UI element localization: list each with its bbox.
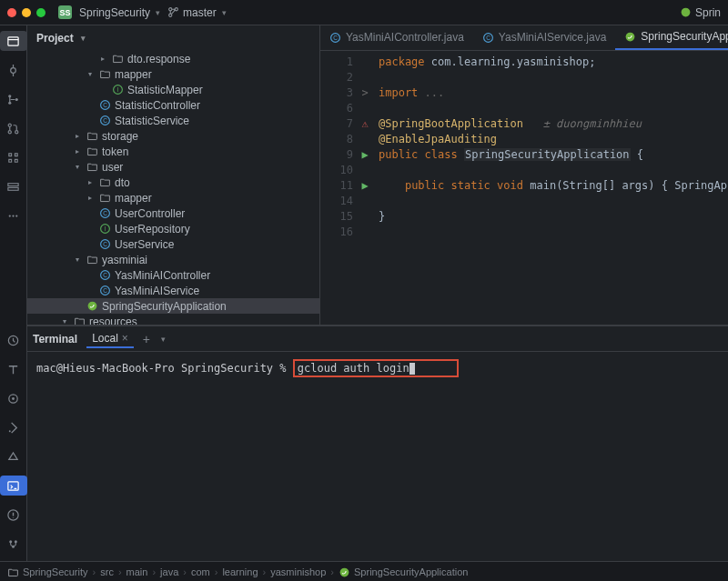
tree-node[interactable]: ▾yasminiai <box>27 252 319 267</box>
tree-node[interactable]: CYasMiniAIService <box>27 283 319 298</box>
terminal-prompt: mac@Hieus-MacBook-Pro SpringSecurity % <box>36 362 287 375</box>
gutter-icons: > ⚠ ▶ ▶ <box>359 51 371 325</box>
tree-node[interactable]: IUserRepository <box>27 221 319 236</box>
problems-tool-button[interactable] <box>0 505 27 525</box>
maximize-window-button[interactable] <box>36 8 46 17</box>
tree-node[interactable]: ▸mapper <box>27 190 319 205</box>
gutter-icon[interactable] <box>359 163 371 178</box>
breadcrumb-segment[interactable]: java <box>160 566 178 577</box>
svg-point-19 <box>12 397 15 400</box>
chevron-right-icon: › <box>183 566 187 577</box>
vcs-branch-selector[interactable]: master ▾ <box>167 6 227 19</box>
svg-text:C: C <box>103 272 107 278</box>
terminal-tool-button[interactable] <box>0 476 27 496</box>
tree-node[interactable]: IStatisticMapper <box>27 82 319 97</box>
type-tool-button[interactable] <box>0 359 27 379</box>
breadcrumb-segment[interactable]: src <box>100 566 114 577</box>
tree-node[interactable]: ▸dto <box>27 175 319 190</box>
services-tool-button[interactable] <box>0 176 27 196</box>
chevron-down-icon: ▾ <box>156 8 160 17</box>
beans-tool-button[interactable] <box>0 388 27 408</box>
tree-node[interactable]: CUserService <box>27 236 319 252</box>
project-selector[interactable]: SpringSecurity ▾ <box>79 6 160 19</box>
add-terminal-button[interactable]: + <box>143 332 150 346</box>
close-window-button[interactable] <box>7 8 16 17</box>
run-tool-button[interactable] <box>0 330 27 350</box>
breadcrumb-segment[interactable]: main <box>126 566 148 577</box>
editor-tabs[interactable]: CYasMiniAIController.javaCYasMiniAIServi… <box>320 25 728 51</box>
svg-point-11 <box>15 130 18 133</box>
commit-tool-button[interactable] <box>0 60 27 80</box>
code-editor[interactable]: 12367891011141516 > ⚠ ▶ ▶ package com.le… <box>320 51 728 325</box>
svg-point-16 <box>15 215 17 216</box>
terminal-session-tab[interactable]: Local × <box>86 330 134 348</box>
gutter-icon[interactable] <box>359 194 371 209</box>
gutter-icon[interactable] <box>359 209 371 225</box>
vcs-log-tool-button[interactable] <box>0 534 27 554</box>
folder-icon <box>7 566 18 577</box>
editor-tab[interactable]: CYasMiniAIService.java <box>473 25 616 50</box>
run-config-selector[interactable]: Sprin <box>680 6 721 19</box>
pull-request-tool-button[interactable] <box>0 118 27 138</box>
gutter-icon[interactable] <box>359 101 371 116</box>
gutter-icon[interactable]: ▶ <box>359 178 371 194</box>
class-icon: C <box>98 238 111 251</box>
folder-icon <box>73 316 86 326</box>
more-tool-button[interactable] <box>0 205 27 225</box>
close-icon[interactable]: × <box>122 332 128 345</box>
tree-node[interactable]: CUserController <box>27 205 319 221</box>
terminal-title: Terminal <box>33 333 77 346</box>
debug-tool-button[interactable] <box>0 417 27 437</box>
chevron-down-icon[interactable]: ▾ <box>161 335 166 344</box>
project-tool-button[interactable] <box>0 31 27 51</box>
class-icon: C <box>329 32 341 44</box>
tree-node[interactable]: CStatisticService <box>27 113 319 128</box>
terminal-content[interactable]: mac@Hieus-MacBook-Pro SpringSecurity % g… <box>27 352 728 561</box>
gutter-icon[interactable]: ⚠ <box>359 116 371 132</box>
breadcrumb-segment[interactable]: learning <box>222 566 258 577</box>
svg-rect-13 <box>8 187 18 190</box>
git-tool-button[interactable] <box>0 89 27 109</box>
editor-tab-label: YasMiniAIController.java <box>346 31 464 44</box>
folder-icon <box>86 145 98 158</box>
gutter-icon[interactable]: > <box>359 85 371 101</box>
tree-node[interactable]: ▸token <box>27 144 319 159</box>
editor-tab[interactable]: SpringSecurityApplication. <box>615 25 728 50</box>
tree-node[interactable]: ▸storage <box>27 128 319 144</box>
gutter-icon[interactable]: ▶ <box>359 147 371 163</box>
project-tree[interactable]: ▸dto.response▾mapperIStatisticMapperCSta… <box>27 51 319 325</box>
tree-node[interactable]: CYasMiniAIController <box>27 267 319 283</box>
tree-node[interactable]: SpringSecurityApplication <box>27 298 319 314</box>
minimize-window-button[interactable] <box>22 8 31 17</box>
class-icon: C <box>98 207 111 220</box>
structure-tool-button[interactable] <box>0 147 27 167</box>
window-controls[interactable] <box>7 8 46 17</box>
tree-node-label: user <box>102 161 123 174</box>
breadcrumb-segment[interactable]: yasminishop <box>270 566 326 577</box>
editor-tab[interactable]: CYasMiniAIController.java <box>320 25 473 50</box>
tree-node[interactable]: ▾user <box>27 159 319 175</box>
breadcrumb[interactable]: SpringSecurity›src›main›java›com›learnin… <box>0 561 728 581</box>
svg-point-5 <box>11 67 16 73</box>
breadcrumb-segment[interactable]: SpringSecurity <box>23 566 88 577</box>
tree-node[interactable]: CStatisticController <box>27 97 319 113</box>
branch-icon <box>167 6 179 18</box>
gutter-icon[interactable] <box>359 70 371 85</box>
gutter-icon[interactable] <box>359 132 371 147</box>
svg-point-47 <box>626 32 635 41</box>
tree-node[interactable]: ▾mapper <box>27 66 319 82</box>
tree-node[interactable]: ▸dto.response <box>27 51 319 66</box>
tree-node[interactable]: ▾resources <box>27 314 319 325</box>
svg-text:I: I <box>116 86 118 93</box>
breadcrumb-segment[interactable]: com <box>191 566 210 577</box>
gutter-icon[interactable] <box>359 225 371 240</box>
code-content[interactable]: package com.learning.yasminishop; import… <box>371 51 728 325</box>
breadcrumb-segment[interactable]: SpringSecurityApplication <box>354 566 468 577</box>
project-name-label: SpringSecurity <box>79 6 150 19</box>
gutter-icon[interactable] <box>359 55 371 70</box>
editor-tab-label: SpringSecurityApplication. <box>641 30 728 43</box>
project-tree-header[interactable]: Project ▾ <box>27 25 319 51</box>
tree-node-label: UserController <box>115 207 185 220</box>
build-tool-button[interactable] <box>0 446 27 466</box>
chevron-icon: ▾ <box>73 255 82 264</box>
